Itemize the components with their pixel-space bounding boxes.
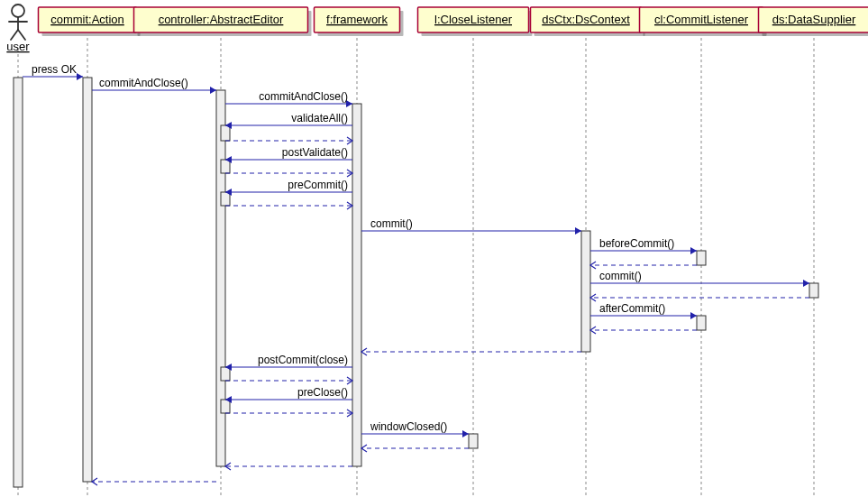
- message-label: commitAndClose(): [99, 77, 188, 89]
- svg-line-12: [18, 30, 25, 40]
- participant-label: controller:AbstractEditor: [159, 13, 284, 26]
- message-label: validateAll(): [291, 112, 348, 124]
- svg-marker-21: [210, 87, 216, 94]
- actor-label: user: [6, 40, 30, 53]
- message-label: commitAndClose(): [259, 90, 348, 103]
- participant-label: f:framework: [326, 13, 388, 26]
- participant-label: l:CloseListener: [434, 13, 513, 26]
- message-label: postValidate(): [282, 146, 348, 159]
- svg-line-11: [11, 30, 18, 40]
- participant-label: cl:CommitListener: [654, 13, 749, 26]
- svg-marker-28: [803, 280, 809, 287]
- participant-label: commit:Action: [50, 13, 124, 26]
- activation-bar: [221, 125, 230, 141]
- activation-bar: [83, 78, 92, 482]
- svg-marker-27: [690, 247, 697, 254]
- message-label: beforeCommit(): [599, 237, 674, 250]
- participant-label: ds:DataSupplier: [772, 13, 856, 26]
- activation-bar: [221, 160, 230, 173]
- activation-bar: [697, 316, 706, 330]
- activation-bar: [14, 78, 23, 487]
- activation-bar: [809, 283, 818, 298]
- message-label: postCommit(close): [258, 354, 348, 366]
- activation-bar: [221, 400, 230, 413]
- svg-marker-26: [575, 227, 581, 235]
- activation-bar: [469, 434, 478, 448]
- message-label: commit(): [370, 217, 413, 230]
- message-label: commit(): [599, 270, 642, 282]
- message-label: preClose(): [297, 386, 348, 399]
- message-label: press OK: [32, 63, 77, 76]
- activation-bar: [221, 367, 230, 381]
- activation-bar: [352, 104, 361, 466]
- message-label: windowClosed(): [370, 420, 447, 433]
- activation-bar: [581, 231, 590, 352]
- activation-bar: [697, 251, 706, 265]
- svg-point-8: [12, 5, 24, 17]
- sequence-diagram: usercommit:Actioncontroller:AbstractEdit…: [0, 0, 868, 497]
- svg-marker-32: [462, 430, 469, 437]
- svg-marker-20: [77, 73, 83, 80]
- activation-bar: [221, 192, 230, 206]
- message-label: preCommit(): [288, 179, 348, 191]
- svg-marker-29: [690, 312, 697, 319]
- message-label: afterCommit(): [599, 302, 665, 315]
- participant-label: dsCtx:DsContext: [542, 13, 630, 26]
